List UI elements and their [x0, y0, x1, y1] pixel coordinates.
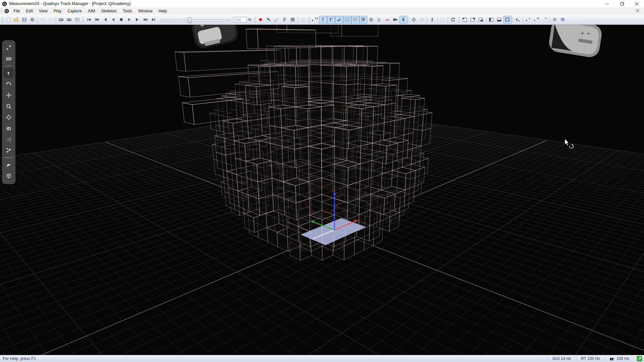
show-skeleton-button[interactable]: [399, 16, 408, 24]
close-document-icon[interactable]: [633, 9, 644, 13]
split-view-button[interactable]: [73, 16, 81, 24]
view-2d-button-label: 2D: [59, 18, 64, 22]
camera-model-left: [190, 25, 240, 50]
show-force-plate-button[interactable]: [335, 16, 343, 24]
new-file-button[interactable]: [4, 16, 12, 24]
menu-play[interactable]: Play: [51, 8, 64, 14]
save-button[interactable]: [20, 16, 28, 24]
batch-process-button[interactable]: [265, 16, 273, 24]
pan-tool[interactable]: [4, 90, 14, 100]
show-marker-spheres-button[interactable]: [367, 16, 375, 24]
fly-tool[interactable]: [4, 160, 14, 170]
menu-tools[interactable]: Tools: [120, 8, 135, 14]
show-camera-rays-button[interactable]: [383, 16, 391, 24]
discarded-list-button[interactable]: D: [540, 16, 548, 24]
zoom-tool[interactable]: [4, 101, 14, 111]
trajectory-filter-button[interactable]: [299, 16, 307, 24]
qtm-window: Measurement15 - Qualisys Track Manager -…: [0, 0, 644, 362]
toolbar-separator: [427, 17, 427, 23]
fast-rewind-button[interactable]: [93, 16, 101, 24]
undo-button[interactable]: [39, 16, 47, 24]
label-size-button[interactable]: L2: [311, 16, 319, 24]
menu-window[interactable]: Window: [135, 8, 156, 14]
terminal-button[interactable]: [514, 16, 522, 24]
toolbar-separator: [298, 17, 298, 23]
play-reverse-button[interactable]: [109, 16, 117, 24]
status-camera-rate: 100 Hz: [605, 356, 634, 361]
data-info-window-button[interactable]: [559, 16, 567, 24]
volume-display-tool[interactable]: [4, 171, 14, 181]
slider-thumb[interactable]: [188, 17, 192, 23]
switch-2d-button[interactable]: 2D: [4, 54, 14, 64]
show-cameras-button[interactable]: [391, 16, 399, 24]
viewport-3d[interactable]: 10 m10 m 2DID: [0, 25, 644, 355]
fast-forward-button[interactable]: [141, 16, 149, 24]
go-to-start-button[interactable]: [85, 16, 93, 24]
calibrate-skeleton-button[interactable]: [428, 16, 436, 24]
cut-trajectory-tool[interactable]: [4, 134, 14, 144]
layout-top-left-button[interactable]: [461, 16, 469, 24]
view-2d-button[interactable]: 2D: [57, 16, 65, 24]
open-file-button[interactable]: [12, 16, 20, 24]
reprocess-button[interactable]: [449, 16, 457, 24]
project-report-button[interactable]: [551, 16, 559, 24]
menu-skeleton[interactable]: Skeleton: [98, 8, 120, 14]
show-trajectory-traces-button[interactable]: [319, 16, 327, 24]
add-trajectory-tool[interactable]: [4, 145, 14, 156]
center-on-marker-button[interactable]: [410, 16, 418, 24]
plot-window-button[interactable]: [439, 16, 447, 24]
add-virtual-marker-button[interactable]: [418, 16, 426, 24]
menu-aim[interactable]: AIM: [85, 8, 98, 14]
layout-bottom-right-button[interactable]: [477, 16, 485, 24]
toolbar-grip-playback: [83, 16, 84, 23]
select-tool[interactable]: [4, 68, 14, 78]
project-options-button[interactable]: [28, 16, 36, 24]
playback-percent-label: %: [248, 17, 252, 22]
show-covered-volume-button[interactable]: [359, 16, 367, 24]
step-back-button[interactable]: [101, 16, 109, 24]
labeled-list-button[interactable]: L: [524, 16, 532, 24]
menu-file[interactable]: File: [10, 8, 23, 14]
go-to-end-button[interactable]: [149, 16, 157, 24]
show-grid-button[interactable]: [343, 16, 351, 24]
force-data-button[interactable]: F: [281, 16, 289, 24]
layout-right-button[interactable]: [469, 16, 477, 24]
voxel-volume: [175, 25, 432, 260]
menu-capture[interactable]: Capture: [64, 8, 85, 14]
record-button[interactable]: [257, 16, 265, 24]
connection-status-icon[interactable]: [636, 356, 643, 362]
menu-view[interactable]: View: [36, 8, 51, 14]
menu-edit[interactable]: Edit: [23, 8, 36, 14]
show-bounding-box-button[interactable]: [351, 16, 359, 24]
minimize-button[interactable]: [600, 0, 614, 7]
unidentified-list-button[interactable]: U: [532, 16, 540, 24]
data-matrix-button[interactable]: [289, 16, 297, 24]
center-view-tool[interactable]: [4, 112, 14, 122]
pointer-mode-button[interactable]: [375, 16, 383, 24]
discarded-list-button-label: D: [545, 17, 547, 20]
panel-bottom-button[interactable]: [495, 16, 503, 24]
view-3d-button[interactable]: 3D: [65, 16, 73, 24]
edit-trajectory-button[interactable]: [273, 16, 281, 24]
status-rt-rate: RT 100 Hz: [576, 356, 605, 361]
stop-button[interactable]: [117, 16, 125, 24]
panel-single-view-button[interactable]: [503, 16, 512, 24]
close-button[interactable]: [629, 0, 644, 7]
view-3d-button-label: 3D: [67, 18, 72, 22]
menu-help[interactable]: Help: [156, 8, 170, 14]
play-button[interactable]: [125, 16, 133, 24]
playback-speed-input[interactable]: [234, 17, 247, 22]
playback-speed-slider[interactable]: [159, 17, 232, 23]
show-force-arrow-button[interactable]: [327, 16, 335, 24]
identify-tool[interactable]: ID: [4, 123, 14, 133]
step-forward-button[interactable]: [133, 16, 141, 24]
restore-button[interactable]: [614, 0, 629, 7]
status-gui-rate: GUI 14 Hz: [547, 356, 576, 361]
status-help-text: For Help, press F1: [3, 356, 36, 361]
collapse-toolbox-button[interactable]: [4, 43, 14, 53]
panel-left-button[interactable]: [487, 16, 495, 24]
orbit-tool[interactable]: [4, 79, 14, 89]
redo-button[interactable]: [47, 16, 55, 24]
toolbar: 2D3D%FL2LUD: [0, 15, 644, 25]
window-title: Measurement15 - Qualisys Track Manager -…: [9, 1, 130, 6]
